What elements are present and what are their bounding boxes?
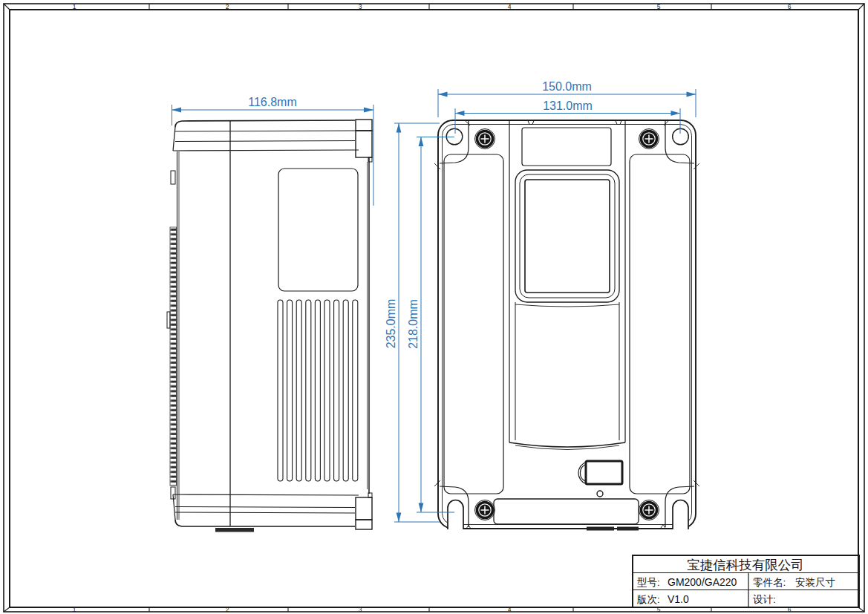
display-window	[525, 180, 610, 293]
side-foot	[215, 528, 254, 532]
company-name: 宝捷信科技有限公司	[687, 558, 804, 572]
title-block: 宝捷信科技有限公司 型号: GM200/GA220 零件名: 安装尺寸 版次: …	[633, 555, 859, 607]
zone-label: 1	[73, 606, 76, 613]
zone-label: 6	[788, 3, 792, 10]
sheet-border: 1 2 3 4 5 6 1 2 3 4 5 6	[4, 3, 864, 613]
screw-top-right	[639, 129, 659, 149]
part-name-value: 安装尺寸	[795, 577, 835, 588]
front-body-outline	[438, 120, 696, 529]
dim-hole-spacing-vertical: 218.0mm	[407, 137, 454, 513]
indicator-hole	[597, 491, 603, 497]
zone-label: 2	[226, 606, 229, 613]
dim-hole-spacing-horizontal: 131.0mm	[455, 99, 680, 134]
zone-label: 5	[657, 3, 661, 10]
dim-label-overall-height: 235.0mm	[385, 299, 397, 349]
front-view	[434, 120, 699, 531]
zone-label: 1	[73, 3, 76, 10]
dim-label-side-width: 116.8mm	[248, 96, 297, 108]
zone-label: 4	[508, 3, 512, 10]
screw-bottom-left	[475, 500, 495, 520]
terminal-cover-strip	[494, 499, 639, 524]
dimension-annotations: 116.8mm 150.0mm 131.0mm 235.0mm	[172, 80, 696, 522]
front-right-panel	[630, 154, 690, 494]
installation-dimension-drawing: 1 2 3 4 5 6 1 2 3 4 5 6	[0, 0, 868, 614]
screw-top-left	[475, 129, 495, 149]
zone-label: 2	[226, 3, 229, 10]
dim-label-overall-width: 150.0mm	[542, 80, 592, 93]
revision-value: V1.0	[668, 593, 689, 605]
screw-bottom-right	[639, 500, 659, 520]
zone-label: 4	[508, 606, 512, 613]
bottom-tab	[617, 527, 639, 531]
revision-label: 版次:	[637, 594, 660, 605]
model-label: 型号:	[637, 577, 660, 588]
keypad-bezel	[515, 170, 619, 302]
side-front-strip	[167, 151, 179, 520]
zone-label: 3	[359, 606, 362, 613]
heatsink-fins	[170, 227, 177, 486]
connector-port	[586, 461, 622, 484]
side-view	[167, 120, 372, 532]
zone-label: 3	[359, 3, 362, 10]
front-left-panel	[444, 154, 503, 494]
dim-label-hole-spacing-vertical: 218.0mm	[407, 299, 420, 349]
model-value: GM200/GA220	[668, 576, 737, 588]
part-name-label: 零件名:	[753, 577, 786, 588]
side-label-plate	[278, 169, 358, 291]
brand-label-area	[522, 128, 611, 166]
drawing-sheet: 1 2 3 4 5 6 1 2 3 4 5 6	[0, 0, 868, 614]
bottom-tab	[587, 527, 614, 531]
designer-label: 设计:	[753, 594, 776, 605]
side-vent-slots	[278, 300, 358, 481]
dim-label-hole-spacing-horizontal: 131.0mm	[543, 99, 593, 112]
mount-screws	[475, 129, 659, 520]
